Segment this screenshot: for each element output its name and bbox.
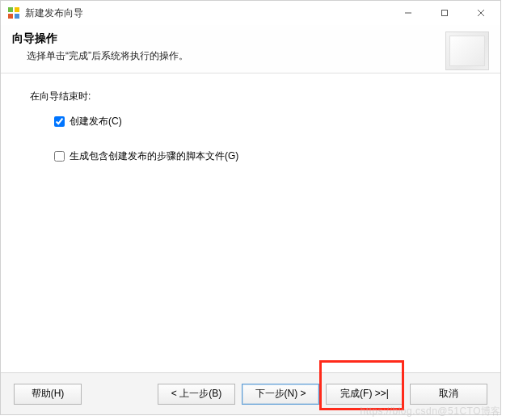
app-icon [7, 6, 20, 19]
svg-rect-5 [441, 10, 447, 16]
cancel-button[interactable]: 取消 [410, 384, 487, 405]
titlebar: 新建发布向导 [1, 1, 500, 25]
header-graphic-icon [445, 32, 489, 70]
create-publication-checkbox[interactable] [54, 116, 65, 127]
close-button[interactable] [462, 2, 499, 24]
next-button[interactable]: 下一步(N) > [242, 384, 319, 405]
page-title: 向导操作 [12, 32, 445, 46]
page-subtitle: 选择单击“完成”后系统将执行的操作。 [12, 49, 445, 63]
svg-rect-1 [15, 7, 19, 12]
option-create-publication[interactable]: 创建发布(C) [54, 115, 476, 128]
finish-button[interactable]: 完成(F) >>| [326, 384, 403, 405]
svg-rect-2 [8, 14, 13, 19]
option-generate-script[interactable]: 生成包含创建发布的步骤的脚本文件(G) [54, 149, 476, 163]
create-publication-label: 创建发布(C) [70, 115, 122, 128]
wizard-header: 向导操作 选择单击“完成”后系统将执行的操作。 [1, 25, 500, 74]
wizard-content: 在向导结束时: 创建发布(C) 生成包含创建发布的步骤的脚本文件(G) [1, 74, 500, 372]
minimize-button[interactable] [390, 2, 426, 24]
help-button[interactable]: 帮助(H) [14, 384, 82, 405]
wizard-window: 新建发布向导 向导操作 选择单击“完成”后系统将执行的操作。 在向导结束时: 创… [0, 0, 501, 415]
window-title: 新建发布向导 [25, 6, 83, 20]
generate-script-checkbox[interactable] [54, 151, 65, 162]
section-label: 在向导结束时: [25, 90, 476, 103]
svg-rect-0 [8, 7, 13, 12]
header-text: 向导操作 选择单击“完成”后系统将执行的操作。 [12, 32, 445, 73]
svg-rect-3 [15, 14, 19, 19]
generate-script-label: 生成包含创建发布的步骤的脚本文件(G) [70, 149, 238, 163]
watermark-text: https://blog.csdn@51CTO博客 [360, 405, 501, 418]
back-button[interactable]: < 上一步(B) [158, 384, 235, 405]
maximize-button[interactable] [426, 2, 462, 24]
